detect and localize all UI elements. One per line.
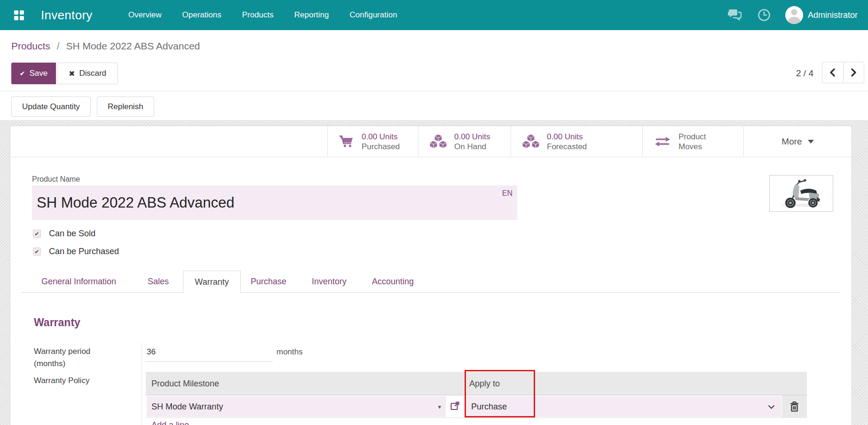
messages-icon[interactable] (727, 8, 743, 22)
stat-product-moves-button[interactable]: Product Moves (642, 126, 743, 157)
replenish-button[interactable]: Replenish (97, 96, 154, 117)
stat-product-moves-line1: Product (679, 132, 706, 142)
stat-product-moves-line2: Moves (679, 142, 706, 152)
tab-general-information[interactable]: General Information (41, 271, 116, 293)
table-header-row: Product Milestone Apply to (146, 372, 807, 395)
dropdown-caret-icon: ▾ (438, 403, 441, 410)
product-image[interactable] (769, 175, 833, 212)
column-header-product-milestone[interactable]: Product Milestone (151, 372, 219, 395)
warranty-policy-table: Product Milestone Apply to SH Mode Warra… (146, 372, 807, 418)
menu-overview[interactable]: Overview (128, 10, 162, 20)
tab-sales[interactable]: Sales (148, 271, 169, 293)
tab-bar (21, 271, 841, 293)
breadcrumb-products-link[interactable]: Products (11, 40, 50, 51)
top-navbar: Inventory Overview Operations Products R… (0, 0, 868, 30)
apply-to-select[interactable]: Purchase (466, 396, 781, 417)
tab-accounting[interactable]: Accounting (372, 271, 414, 293)
table-row: SH Mode Warranty ▾ Purchase (146, 395, 807, 418)
apps-menu-icon[interactable] (14, 10, 24, 20)
can-be-sold-label: Can be Sold (49, 229, 95, 239)
exchange-arrows-icon (654, 136, 671, 147)
external-link-icon[interactable] (450, 401, 460, 412)
stat-purchased-label: Purchased (362, 142, 400, 152)
delete-row-button[interactable] (782, 395, 807, 418)
save-button[interactable]: ✔ Save (11, 63, 56, 84)
tab-warranty[interactable]: Warranty (183, 271, 241, 293)
stat-purchased-button[interactable]: 0.00 Units Purchased (327, 126, 418, 157)
can-be-sold-checkbox[interactable]: ✔ (33, 230, 41, 238)
pager (822, 62, 864, 83)
cubes-icon (522, 134, 539, 149)
tab-inventory[interactable]: Inventory (312, 271, 347, 293)
warranty-period-unit: months (276, 347, 303, 357)
pager-next-button[interactable] (843, 62, 864, 83)
app-title: Inventory (41, 8, 93, 23)
product-name-label: Product Name (32, 175, 80, 184)
check-icon: ✔ (20, 70, 25, 77)
stat-purchased-value: 0.00 Units (362, 132, 400, 142)
trash-icon (790, 401, 799, 412)
update-quantity-button[interactable]: Update Quantity (11, 96, 91, 117)
pager-value: 2 / 4 (781, 68, 813, 79)
breadcrumb-current: SH Mode 2022 ABS Advanced (66, 40, 200, 51)
odoo-product-form-screen: Inventory Overview Operations Products R… (0, 0, 868, 425)
activities-clock-icon[interactable] (756, 8, 772, 22)
can-be-purchased-label: Can be Purchased (49, 247, 119, 257)
navbar-right: Administrator (727, 6, 858, 24)
warranty-period-input[interactable]: 36 (147, 347, 156, 357)
user-menu[interactable]: Administrator (808, 10, 858, 20)
menu-reporting[interactable]: Reporting (294, 10, 329, 20)
select-chevron-icon (768, 403, 775, 410)
can-be-purchased-row[interactable]: ✔ Can be Purchased (33, 247, 119, 257)
product-name-input[interactable]: SH Mode 2022 ABS Advanced (32, 185, 517, 220)
user-avatar[interactable] (785, 6, 803, 24)
add-a-line-link[interactable]: Add a line (151, 420, 189, 425)
stat-forecasted-label: Forecasted (547, 142, 587, 152)
stat-forecasted-value: 0.00 Units (547, 132, 587, 142)
more-button[interactable]: More (743, 126, 852, 157)
menu-products[interactable]: Products (242, 10, 274, 20)
can-be-sold-row[interactable]: ✔ Can be Sold (33, 229, 95, 239)
stat-on-hand-button[interactable]: 0.00 Units On Hand (418, 126, 511, 157)
discard-button[interactable]: ✖ Discard (57, 63, 118, 84)
product-milestone-select[interactable]: SH Mode Warranty ▾ (147, 396, 446, 417)
stat-on-hand-label: On Hand (454, 142, 490, 152)
chevron-down-icon (808, 140, 814, 144)
language-badge[interactable]: EN (492, 189, 513, 198)
main-menu: Overview Operations Products Reporting C… (128, 10, 397, 20)
pager-previous-button[interactable] (822, 62, 843, 83)
scooter-image (775, 178, 828, 208)
cubes-icon (430, 134, 447, 149)
breadcrumb-separator: / (57, 40, 60, 51)
warranty-period-label: Warranty period (months) (34, 345, 123, 370)
close-icon: ✖ (69, 69, 75, 78)
cart-icon (339, 135, 354, 148)
panel-divider (0, 91, 868, 91)
stat-forecasted-button[interactable]: 0.00 Units Forecasted (511, 126, 642, 157)
stat-button-row: 0.00 Units Purchased 0.00 Units On Hand … (10, 126, 852, 157)
can-be-purchased-checkbox[interactable]: ✔ (33, 248, 41, 256)
tab-purchase[interactable]: Purchase (251, 271, 286, 293)
input-underline (145, 361, 273, 362)
warranty-section-title: Warranty (34, 316, 80, 329)
breadcrumb: Products / SH Mode 2022 ABS Advanced (11, 40, 200, 52)
warranty-policy-label: Warranty Policy (34, 375, 89, 387)
column-header-apply-to[interactable]: Apply to (469, 372, 500, 395)
column-separator (142, 343, 142, 425)
menu-operations[interactable]: Operations (182, 10, 221, 20)
stat-on-hand-value: 0.00 Units (454, 132, 490, 142)
menu-configuration[interactable]: Configuration (350, 10, 397, 20)
